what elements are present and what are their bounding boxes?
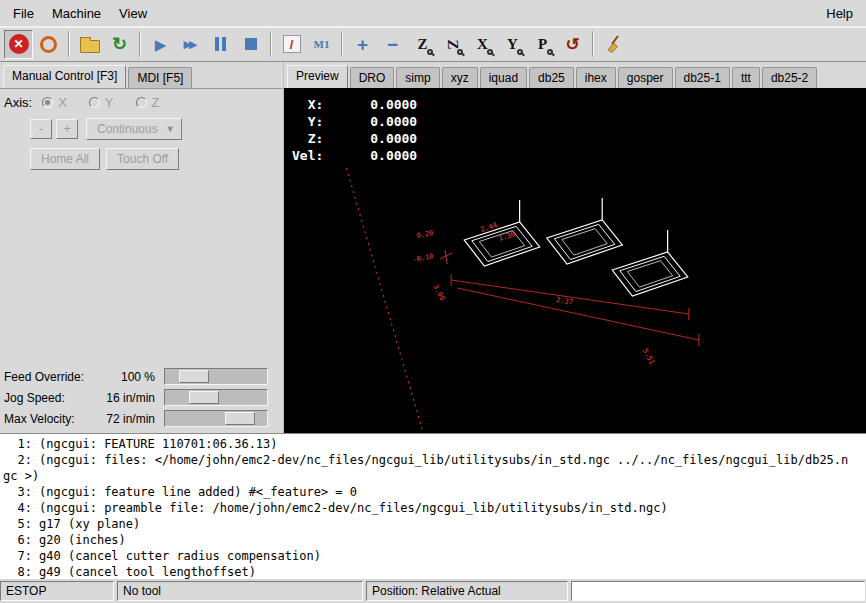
clear-plot-button[interactable]: [599, 30, 628, 59]
magnifier-icon: [457, 49, 463, 55]
status-bar: ESTOP No tool Position: Relative Actual: [0, 579, 866, 603]
axis-radio-z[interactable]: Z: [136, 95, 160, 110]
chevron-down-icon: ▼: [166, 124, 175, 134]
toolbar-separator: [68, 31, 70, 57]
axis-y-label: Y: [105, 95, 114, 110]
tab-db25-1[interactable]: db25-1: [675, 67, 730, 88]
readout-z-label: Z:: [292, 130, 323, 147]
control-tabbar: Manual Control [F3] MDI [F5]: [0, 62, 283, 88]
machine-power-button[interactable]: [34, 30, 63, 59]
jog-minus-button[interactable]: -: [30, 119, 52, 139]
tab-manual-control[interactable]: Manual Control [F3]: [3, 65, 126, 88]
gcode-line: 4: (ngcgui: preamble file: /home/john/em…: [3, 500, 863, 516]
jog-speed-slider[interactable]: [164, 389, 268, 406]
program-pause-button[interactable]: [206, 30, 235, 59]
menu-file[interactable]: File: [4, 2, 43, 25]
menu-help[interactable]: Help: [817, 2, 862, 25]
program-stop-button[interactable]: [236, 30, 265, 59]
tab-dro[interactable]: DRO: [350, 67, 395, 88]
tab-gosper[interactable]: gosper: [618, 67, 673, 88]
dimension-lines: [451, 274, 699, 346]
dimension-label: -0.10: [412, 251, 434, 263]
preview-tabbar: Preview DRO simp xyz iquad db25 ihex gos…: [284, 62, 866, 88]
preview-canvas[interactable]: 0.20 -0.10 3.00 2.44 1.30 2.37 5.51 X:0.…: [284, 88, 866, 433]
tab-db25-2[interactable]: db25-2: [762, 67, 817, 88]
zoom-in-button[interactable]: [348, 30, 377, 59]
dimension-label: 0.20: [416, 228, 434, 240]
jog-mode-value: Continuous: [97, 122, 158, 136]
zoom-out-button[interactable]: [378, 30, 407, 59]
view-side-button[interactable]: X: [468, 30, 497, 59]
radio-icon: [42, 97, 53, 108]
jog-plus-button[interactable]: +: [56, 119, 78, 139]
view-perspective-button[interactable]: P: [528, 30, 557, 59]
readout-x-value: 0.0000: [323, 96, 417, 113]
view-z-rotated-icon: Z: [444, 39, 461, 49]
slash-icon: [283, 35, 301, 53]
feed-override-handle[interactable]: [179, 370, 209, 383]
main-area: Manual Control [F3] MDI [F5] Axis: X Y Z…: [0, 62, 866, 433]
open-file-button[interactable]: [75, 30, 104, 59]
max-velocity-handle[interactable]: [225, 412, 255, 425]
feed-override-slider[interactable]: [164, 368, 268, 385]
jog-speed-label: Jog Speed:: [0, 391, 90, 405]
jog-speed-handle[interactable]: [189, 391, 219, 404]
tab-xyz[interactable]: xyz: [442, 67, 478, 88]
origin-marker: [440, 250, 452, 264]
status-tool: No tool: [117, 581, 363, 601]
axis-radio-y[interactable]: Y: [89, 95, 114, 110]
view-top-button[interactable]: Z: [408, 30, 437, 59]
max-velocity-slider[interactable]: [164, 410, 268, 427]
tab-preview[interactable]: Preview: [287, 65, 348, 88]
readout-z-value: 0.0000: [323, 130, 417, 147]
menu-view[interactable]: View: [110, 2, 156, 25]
gcode-listing[interactable]: 1: (ngcgui: FEATURE 110701:06.36.13) 2: …: [0, 433, 866, 579]
rotate-view-button[interactable]: [558, 30, 587, 59]
tab-mdi[interactable]: MDI [F5]: [128, 67, 192, 88]
reload-file-button[interactable]: [105, 30, 134, 59]
estop-icon: [9, 34, 29, 54]
readout-vel-value: 0.0000: [323, 147, 417, 164]
view-top-rotated-button[interactable]: Z: [438, 30, 467, 59]
optional-pause-button[interactable]: M1: [307, 30, 336, 59]
magnifier-icon: [487, 49, 493, 55]
view-front-button[interactable]: Y: [498, 30, 527, 59]
position-readout: X:0.0000 Y:0.0000 Z:0.0000 Vel:0.0000: [292, 96, 417, 164]
program-run-button[interactable]: [146, 30, 175, 59]
axis-radio-group: X Y Z: [42, 95, 159, 110]
gcode-line: 8: g49 (cancel tool lengthoffset): [3, 564, 863, 579]
toolbar-separator: [270, 31, 272, 57]
gcode-line: gc >): [3, 468, 863, 484]
skip-lines-button[interactable]: [277, 30, 306, 59]
home-all-button[interactable]: Home All: [30, 148, 100, 170]
status-machine-state: ESTOP: [0, 581, 114, 601]
max-velocity-row: Max Velocity: 72 in/min: [0, 408, 281, 429]
jog-speed-row: Jog Speed: 16 in/min: [0, 387, 281, 408]
tab-ttt[interactable]: ttt: [732, 67, 760, 88]
estop-button[interactable]: [4, 30, 33, 59]
run-icon: [155, 37, 167, 52]
toolbar-separator: [139, 31, 141, 57]
magnifier-icon: [517, 49, 523, 55]
jog-mode-dropdown[interactable]: Continuous ▼: [86, 118, 182, 140]
tab-ihex[interactable]: ihex: [576, 67, 616, 88]
magnifier-icon: [547, 49, 553, 55]
gcode-line: 3: (ngcgui: feature line added) #<_featu…: [3, 484, 863, 500]
axis-radio-x[interactable]: X: [42, 95, 67, 110]
menu-machine[interactable]: Machine: [43, 2, 110, 25]
gcode-line: 2: (ngcgui: files: </home/john/emc2-dev/…: [3, 452, 863, 468]
readout-y-label: Y:: [292, 113, 323, 130]
gcode-line: 5: g17 (xy plane): [3, 516, 863, 532]
tab-iquad[interactable]: iquad: [480, 67, 527, 88]
zoom-in-icon: [357, 35, 368, 54]
status-filler: [571, 581, 865, 601]
magnifier-icon: [427, 49, 433, 55]
preview-column: Preview DRO simp xyz iquad db25 ihex gos…: [284, 62, 866, 433]
dimension-label: 3.00: [431, 283, 447, 302]
touch-off-button[interactable]: Touch Off: [106, 148, 179, 170]
readout-y-value: 0.0000: [323, 113, 417, 130]
program-step-button[interactable]: [176, 30, 205, 59]
tab-db25[interactable]: db25: [529, 67, 574, 88]
reload-icon: [112, 35, 127, 53]
tab-simp[interactable]: simp: [396, 67, 439, 88]
